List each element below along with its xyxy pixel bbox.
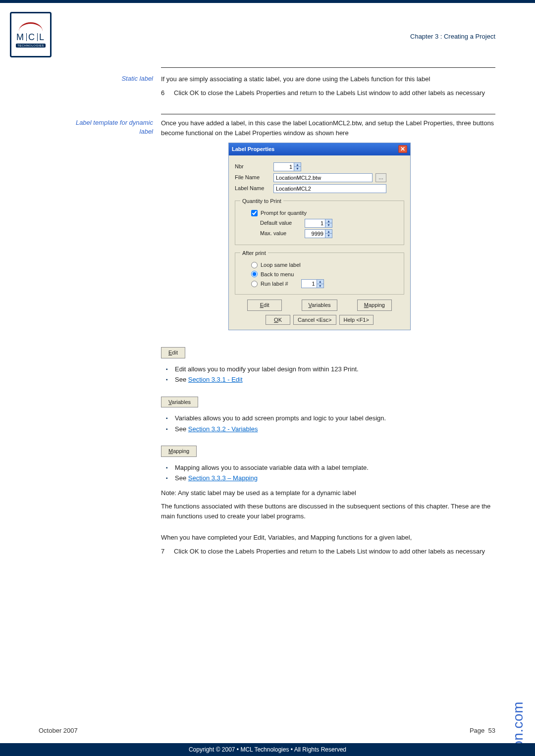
default-label: Default value [260, 219, 300, 227]
bullet: Variables allows you to add screen promp… [175, 413, 495, 423]
cancel-button[interactable]: Cancel <Esc> [293, 315, 336, 325]
footer-date: October 2007 [39, 727, 78, 734]
prompt-checkbox[interactable] [251, 210, 258, 216]
back-radio[interactable] [251, 271, 258, 277]
top-accent-bar [0, 0, 535, 3]
spinner-arrows-icon[interactable]: ▲▼ [325, 219, 332, 227]
divider [161, 67, 495, 68]
edit-bullets: Edit allows you to modify your label des… [161, 364, 495, 385]
dialog-title: Label Properties [232, 145, 274, 153]
bullet: Mapping allows you to associate variable… [175, 463, 495, 473]
chapter-heading: Chapter 3 : Creating a Project [410, 33, 495, 40]
run-radio[interactable] [251, 281, 258, 287]
max-label: Max. value [260, 229, 300, 238]
max-input[interactable] [305, 230, 325, 238]
dialog-body: Nbr ▲▼ File Name … Label Nam [229, 155, 410, 330]
default-input[interactable] [305, 219, 325, 227]
prompt-label: Prompt for quantity [261, 209, 307, 217]
bullet: Edit allows you to modify your label des… [175, 364, 495, 374]
logo-letters: MCL [16, 32, 45, 43]
variables-bullets: Variables allows you to add screen promp… [161, 413, 495, 434]
link-mapping-section[interactable]: Section 3.3.3 – Mapping [188, 474, 258, 482]
labelname-label: Label Name [235, 184, 273, 193]
bullet: See Section 3.3.2 - Variables [175, 424, 495, 434]
back-label: Back to menu [261, 270, 294, 279]
edit-button-graphic: Edit [161, 347, 185, 358]
step-number: 7 [161, 547, 174, 556]
para: When you have completed your Edit, Varia… [161, 533, 495, 543]
section-body: If you are simply associating a static l… [161, 74, 495, 101]
para: Once you have added a label, in this cas… [161, 118, 495, 138]
loop-label: Loop same label [261, 261, 301, 269]
page-content: Static label If you are simply associati… [74, 74, 495, 568]
side-label-dynamic: Label template for dynamic label [74, 118, 161, 560]
logo-swoosh-icon [19, 22, 43, 31]
spinner-arrows-icon[interactable]: ▲▼ [294, 163, 301, 171]
spinner-arrows-icon[interactable]: ▲▼ [317, 280, 323, 288]
step-number: 6 [161, 88, 174, 98]
footer-page: Page 53 [470, 727, 495, 734]
run-spinner[interactable]: ▲▼ [301, 279, 324, 288]
divider [161, 114, 495, 114]
label-properties-dialog: Label Properties ✕ Nbr ▲▼ File Name [228, 143, 411, 330]
spinner-arrows-icon[interactable]: ▲▼ [325, 230, 332, 238]
browse-button[interactable]: … [375, 173, 386, 182]
edit-button[interactable]: Edit [247, 300, 282, 311]
afterprint-legend: After print [240, 249, 268, 257]
footer-bar: Copyright © 2007 • MCL Technologies • Al… [0, 743, 535, 756]
section-body: Once you have added a label, in this cas… [161, 118, 495, 560]
step-text: Click OK to close the Labels Properties … [174, 547, 495, 556]
variables-button[interactable]: Variables [302, 300, 337, 311]
close-icon[interactable]: ✕ [398, 145, 407, 153]
loop-radio[interactable] [251, 262, 258, 268]
label-properties-dialog-image: Label Properties ✕ Nbr ▲▼ File Name [228, 143, 411, 330]
section-static-label: Static label If you are simply associati… [74, 74, 495, 101]
dialog-button-row-2: OK Cancel <Esc> Help <F1> [235, 315, 404, 325]
mapping-bullets: Mapping allows you to associate variable… [161, 463, 495, 483]
nbr-input[interactable] [274, 163, 294, 171]
filename-input[interactable] [273, 173, 373, 182]
max-spinner[interactable]: ▲▼ [305, 229, 332, 238]
para: The functions associated with these butt… [161, 502, 495, 521]
side-label-static: Static label [74, 74, 161, 101]
bullet: See Section 3.3.3 – Mapping [175, 473, 495, 483]
step-7: 7 Click OK to close the Labels Propertie… [161, 547, 495, 556]
step-text: Click OK to close the Labels Properties … [174, 88, 495, 98]
variables-button-graphic: Variables [161, 397, 198, 408]
afterprint-fieldset: After print Loop same label Back to menu… [235, 249, 404, 295]
step-6: 6 Click OK to close the Labels Propertie… [161, 88, 495, 98]
dialog-button-row: Edit Variables Mapping [235, 300, 404, 311]
logo-subtext: TECHNOLOGIES [16, 44, 46, 48]
section-dynamic-label: Label template for dynamic label Once yo… [74, 118, 495, 560]
para: If you are simply associating a static l… [161, 74, 495, 84]
ok-button[interactable]: OK [266, 315, 290, 325]
dialog-titlebar: Label Properties ✕ [229, 143, 410, 155]
link-variables-section[interactable]: Section 3.3.2 - Variables [188, 425, 258, 433]
quantity-legend: Quantity to Print [240, 197, 283, 205]
link-edit-section[interactable]: Section 3.3.1 - Edit [188, 376, 243, 383]
mapping-button[interactable]: Mapping [357, 300, 392, 311]
labelname-input[interactable] [273, 184, 386, 193]
mcl-logo: MCL TECHNOLOGIES [10, 12, 52, 57]
bullet: See Section 3.3.1 - Edit [175, 375, 495, 385]
nbr-label: Nbr [235, 162, 273, 171]
default-spinner[interactable]: ▲▼ [305, 219, 332, 228]
note-para: Note: Any static label may be used as a … [161, 488, 495, 498]
help-button[interactable]: Help <F1> [339, 315, 374, 325]
run-label: Run label # [261, 280, 288, 288]
quantity-fieldset: Quantity to Print Prompt for quantity De… [235, 197, 404, 245]
mapping-button-graphic: Mapping [161, 446, 197, 457]
filename-label: File Name [235, 173, 273, 182]
nbr-spinner[interactable]: ▲▼ [273, 162, 301, 171]
run-input[interactable] [302, 280, 317, 288]
copyright: Copyright © 2007 • MCL Technologies • Al… [189, 746, 346, 753]
